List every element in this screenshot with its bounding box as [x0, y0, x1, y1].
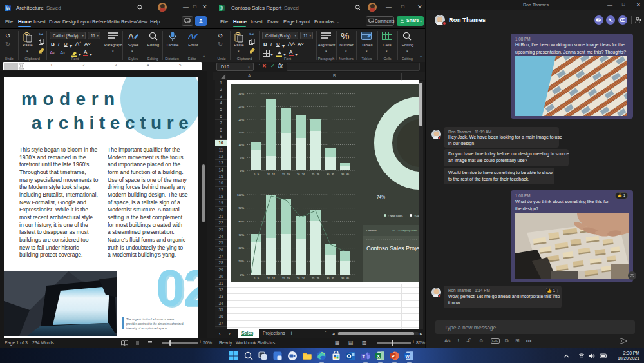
svg-text:0%: 0%: [240, 273, 244, 277]
svg-text:20 - 24: 20 - 24: [297, 173, 305, 176]
svg-text:30 - 35: 30 - 35: [327, 277, 334, 280]
svg-text:74%: 74%: [377, 195, 385, 199]
svg-text:36 - 40: 36 - 40: [341, 277, 349, 280]
svg-text:FY 22 Company Overv: FY 22 Company Overv: [392, 230, 417, 232]
svg-text:50%: 50%: [238, 260, 244, 263]
svg-text:: Ca: : Ca: [414, 214, 419, 217]
svg-text:90%: 90%: [238, 206, 244, 210]
svg-text:100%: 100%: [237, 193, 244, 197]
svg-text:5 - 9: 5 - 9: [254, 277, 259, 280]
svg-text:25 - 29: 25 - 29: [312, 173, 319, 176]
svg-text:10%: 10%: [238, 143, 244, 146]
svg-text:0%: 0%: [240, 169, 244, 172]
svg-text:30%: 30%: [238, 92, 244, 95]
svg-text:W: W: [406, 353, 410, 358]
svg-text:80%: 80%: [238, 220, 244, 223]
svg-text:20%: 20%: [238, 118, 244, 121]
svg-text:10 - 14: 10 - 14: [267, 277, 275, 280]
svg-text:X: X: [377, 353, 380, 358]
svg-text:X: X: [220, 6, 223, 10]
svg-text:5 - 9: 5 - 9: [254, 173, 259, 176]
svg-text:25 - 29: 25 - 29: [312, 277, 319, 280]
svg-text:15 - 19: 15 - 19: [282, 277, 290, 280]
svg-text:60%: 60%: [238, 246, 244, 250]
svg-text:15%: 15%: [238, 131, 244, 134]
svg-text:T: T: [363, 354, 366, 360]
svg-text:70%: 70%: [238, 233, 244, 237]
svg-text:20 - 24: 20 - 24: [297, 277, 305, 280]
svg-text:36 - 40: 36 - 40: [341, 173, 349, 176]
svg-text:10 - 14: 10 - 14: [267, 173, 275, 176]
svg-text:30 - 35: 30 - 35: [327, 173, 334, 176]
svg-text:25%: 25%: [238, 105, 244, 108]
svg-text:Contoso Sales Projectio: Contoso Sales Projectio: [366, 245, 419, 251]
svg-text:: New Sales: : New Sales: [388, 214, 402, 217]
svg-text:W: W: [6, 6, 10, 10]
svg-text:5%: 5%: [240, 156, 244, 159]
svg-text:P: P: [391, 353, 394, 358]
svg-text:Contoso: Contoso: [366, 229, 377, 232]
svg-text:A: A: [188, 32, 194, 41]
svg-text:15 - 19: 15 - 19: [282, 173, 290, 176]
svg-text:A: A: [128, 32, 134, 41]
